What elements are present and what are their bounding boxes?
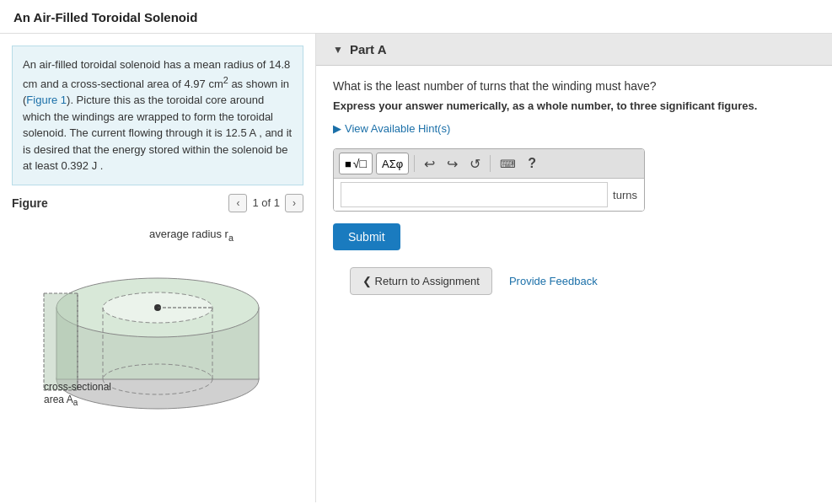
help-icon: ?	[528, 156, 536, 171]
symbol-icon: ■	[345, 158, 352, 170]
answer-instruction: Express your answer numerically, as a wh…	[333, 99, 815, 112]
symbol-button[interactable]: ■ √□	[339, 153, 373, 174]
refresh-button[interactable]: ↺	[465, 153, 485, 174]
answer-unit: turns	[613, 189, 637, 201]
keyboard-button[interactable]: ⌨	[496, 153, 520, 174]
hint-arrow-icon: ▶	[333, 122, 341, 135]
answer-box: ■ √□ ΑΣφ ↩ ↪ ↺	[333, 148, 645, 212]
toolbar-separator-1	[414, 155, 415, 172]
sqrt-icon: √□	[353, 157, 367, 170]
figure-prev-button[interactable]: ‹	[228, 194, 247, 212]
submit-button[interactable]: Submit	[333, 223, 400, 250]
page-title: An Air-Filled Toroidal Solenoid	[0, 0, 832, 34]
figure-link[interactable]: Figure 1	[26, 94, 67, 106]
part-label: Part A	[350, 42, 387, 56]
undo-icon: ↩	[424, 156, 435, 172]
part-arrow-icon: ▼	[333, 44, 343, 56]
radius-label: average radius ra	[149, 228, 233, 243]
cross-section-label: cross-sectionalarea Aa	[44, 381, 111, 409]
hint-link[interactable]: ▶ View Available Hint(s)	[333, 122, 815, 135]
answer-input[interactable]	[341, 182, 608, 207]
figure-page-count: 1 of 1	[252, 196, 280, 209]
return-button[interactable]: ❮ Return to Assignment	[350, 267, 492, 295]
greek-label: ΑΣφ	[382, 158, 403, 170]
bottom-actions: ❮ Return to Assignment Provide Feedback	[333, 267, 815, 295]
feedback-link[interactable]: Provide Feedback	[509, 275, 598, 287]
answer-toolbar: ■ √□ ΑΣφ ↩ ↪ ↺	[334, 149, 644, 179]
part-header: ▼ Part A	[316, 34, 832, 66]
problem-text: An air-filled toroidal solenoid has a me…	[12, 46, 303, 185]
keyboard-icon: ⌨	[500, 158, 516, 170]
part-content: What is the least number of turns that t…	[316, 66, 832, 308]
toolbar-separator-2	[490, 155, 491, 172]
hint-link-label: View Available Hint(s)	[345, 122, 450, 135]
figure-section: Figure ‹ 1 of 1 › average radius ra	[0, 185, 315, 502]
question-text: What is the least number of turns that t…	[333, 79, 815, 93]
refresh-icon: ↺	[470, 156, 480, 172]
svg-rect-9	[44, 293, 78, 390]
undo-button[interactable]: ↩	[420, 153, 439, 174]
redo-icon: ↪	[447, 156, 458, 172]
figure-next-button[interactable]: ›	[285, 194, 303, 212]
figure-container: average radius ra	[12, 219, 303, 421]
help-button[interactable]: ?	[523, 153, 540, 174]
left-panel: An air-filled toroidal solenoid has a me…	[0, 34, 316, 502]
figure-label: Figure	[12, 196, 228, 210]
redo-button[interactable]: ↪	[443, 153, 462, 174]
right-panel: ▼ Part A What is the least number of tur…	[316, 34, 832, 502]
figure-nav: ‹ 1 of 1 ›	[228, 194, 303, 212]
greek-button[interactable]: ΑΣφ	[376, 153, 409, 174]
answer-input-row: turns	[334, 179, 644, 211]
